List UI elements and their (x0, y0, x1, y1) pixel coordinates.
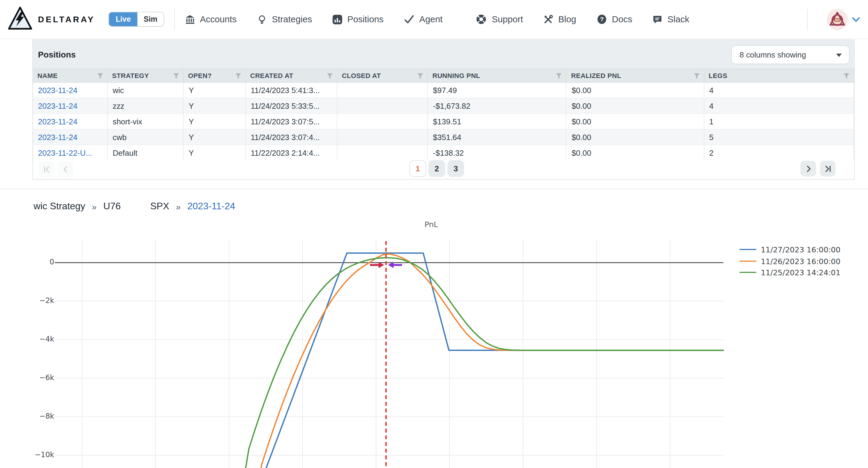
column-header-label: REALIZED PNL (571, 72, 621, 79)
column-header[interactable]: RUNNING PNL (428, 69, 566, 82)
cell-realized_pnl: $0.00 (566, 113, 704, 129)
life-ring-icon (476, 14, 487, 24)
position-link[interactable]: 2023-11-24 (38, 133, 78, 141)
cell-realized_pnl: $0.00 (566, 129, 704, 145)
deltaray-logo-icon (8, 6, 33, 33)
nav-item-agent[interactable]: Agent (404, 14, 442, 24)
filter-funnel-icon[interactable] (693, 73, 700, 80)
page-button-1[interactable]: 1 (409, 160, 426, 177)
cell-created_at: 11/24/2023 3:07:5... (245, 113, 337, 129)
cell-running_pnl: $351.64 (428, 129, 566, 145)
brand[interactable]: DELTARAY (8, 6, 95, 33)
cell-open: Y (183, 98, 245, 113)
nav-item-label: Docs (612, 14, 632, 24)
column-header[interactable]: STRATEGY (107, 69, 183, 82)
secondary-nav: SupportBlog?DocsSlack (476, 14, 710, 24)
position-link[interactable]: 2023-11-24 (38, 117, 78, 126)
breadcrumb-strategy[interactable]: wic Strategy (33, 201, 85, 212)
nav-item-support[interactable]: Support (476, 14, 523, 24)
columns-dropdown[interactable]: 8 columns showing (731, 45, 849, 64)
cell-running_pnl: $139.51 (428, 113, 566, 129)
prev-page-button (58, 161, 73, 177)
cell-created_at: 11/22/2023 2:14:4... (245, 145, 337, 161)
bar-chart-icon (332, 14, 342, 24)
check-icon (404, 14, 414, 24)
pnl-series-line[interactable] (253, 254, 723, 468)
cell-closed_at (337, 145, 428, 161)
question-icon: ? (596, 14, 607, 24)
app: DELTARAY Live Sim AccountsStrategiesPosi… (0, 0, 868, 468)
nav-item-label: Positions (347, 14, 383, 24)
nav-item-slack[interactable]: Slack (652, 14, 689, 24)
table-row: 2023-11-24zzzY11/24/2023 5:33:5...-$1,67… (33, 98, 854, 113)
pnl-series-line[interactable] (242, 258, 723, 468)
column-header[interactable]: OPEN? (183, 69, 245, 82)
breadcrumb-position-link[interactable]: 2023-11-24 (187, 201, 235, 212)
mode-sim-button[interactable]: Sim (137, 12, 164, 26)
filter-funnel-icon[interactable] (235, 73, 241, 80)
cell-legs: 1 (704, 113, 854, 129)
cell-name: 2023-11-22-U... (33, 145, 107, 161)
column-header[interactable]: CLOSED AT (337, 69, 428, 82)
position-link[interactable]: 2023-11-24 (38, 101, 78, 110)
nav-item-accounts[interactable]: Accounts (185, 14, 237, 24)
column-header[interactable]: REALIZED PNL (566, 69, 704, 82)
cell-strategy: cwb (107, 129, 183, 145)
position-link[interactable]: 2023-11-22-U... (38, 148, 92, 157)
nav-item-label: Slack (668, 14, 689, 24)
mode-live-button[interactable]: Live (109, 12, 138, 26)
cell-created_at: 11/24/2023 5:41:3... (245, 82, 337, 98)
breadcrumb: wic Strategy » U76 SPX » 2023-11-24 (33, 201, 235, 212)
tools-icon (543, 14, 553, 24)
last-page-button[interactable] (820, 161, 836, 176)
column-header[interactable]: LEGS (704, 69, 854, 82)
filter-funnel-icon[interactable] (843, 73, 849, 80)
nav-item-label: Strategies (272, 14, 312, 24)
column-header-label: LEGS (709, 72, 727, 79)
filter-funnel-icon[interactable] (556, 73, 562, 80)
column-header-label: CLOSED AT (342, 72, 381, 79)
page-button-2[interactable]: 2 (428, 160, 445, 177)
cell-closed_at (337, 82, 428, 98)
panel-title: Positions (38, 50, 76, 59)
column-header[interactable]: CREATED AT (245, 69, 337, 82)
chevron-down-icon[interactable] (852, 14, 860, 24)
divider (174, 9, 175, 30)
cell-name: 2023-11-24 (33, 129, 107, 145)
nav-item-strategies[interactable]: Strategies (257, 14, 312, 24)
breadcrumb-separator: » (92, 202, 96, 211)
mode-toggle: Live Sim (108, 12, 164, 27)
nav-item-positions[interactable]: Positions (332, 14, 383, 24)
nav-item-docs[interactable]: ?Docs (596, 14, 632, 24)
positions-panel: Positions 8 columns showing NAMESTRATEGY… (32, 40, 855, 180)
cell-legs: 2 (704, 145, 854, 161)
cell-created_at: 11/24/2023 5:33:5... (245, 98, 337, 113)
lightbulb-icon (257, 14, 267, 24)
cell-running_pnl: $97.49 (428, 82, 566, 98)
breadcrumb-separator: » (176, 202, 181, 211)
filter-funnel-icon[interactable] (417, 73, 424, 80)
filter-funnel-icon[interactable] (173, 73, 179, 80)
pagination: 123 (33, 160, 854, 179)
table-row: 2023-11-24wicY11/24/2023 5:41:3...$97.49… (33, 82, 854, 98)
filter-funnel-icon[interactable] (97, 73, 103, 80)
column-header-label: NAME (37, 72, 58, 79)
cell-legs: 4 (704, 82, 854, 98)
filter-funnel-icon[interactable] (327, 73, 333, 80)
panel-header: Positions 8 columns showing (33, 40, 854, 69)
pnl-series-line[interactable] (249, 253, 723, 468)
nav-item-label: Accounts (200, 14, 237, 24)
next-page-button[interactable] (801, 161, 816, 176)
cell-running_pnl: -$1,673.82 (428, 98, 566, 113)
position-link[interactable]: 2023-11-24 (38, 86, 78, 95)
page-button-3[interactable]: 3 (447, 160, 464, 177)
cell-strategy: zzz (107, 98, 183, 113)
cell-open: Y (183, 82, 245, 98)
nav-item-blog[interactable]: Blog (543, 14, 576, 24)
column-header[interactable]: NAME (33, 69, 107, 82)
columns-dropdown-label: 8 columns showing (740, 50, 806, 59)
breadcrumb-symbol[interactable]: SPX (150, 201, 169, 212)
breadcrumb-account-redacted[interactable]: U76 (103, 201, 144, 212)
avatar[interactable] (827, 9, 848, 30)
pnl-chart-svg[interactable] (0, 233, 868, 468)
